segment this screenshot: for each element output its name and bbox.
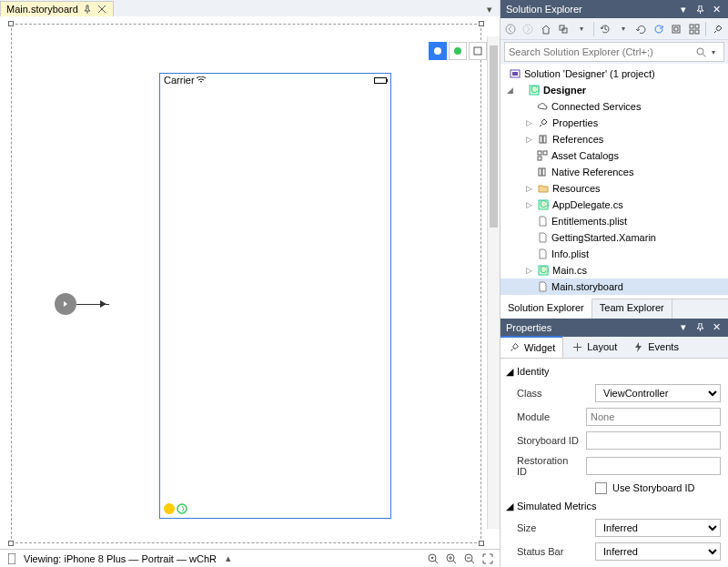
back-icon[interactable] (504, 23, 517, 35)
tab-overflow[interactable]: ▾ (483, 3, 496, 15)
row-size: Size Inferred (504, 516, 724, 540)
document-tab[interactable]: Main.storyboard (0, 1, 114, 16)
checkbox-label: Use Storyboard ID (612, 482, 694, 493)
tab-layout[interactable]: Layout (563, 337, 624, 358)
resize-handle[interactable] (479, 541, 484, 546)
tab-solution-explorer[interactable]: Solution Explorer (500, 299, 592, 319)
mode-button-1[interactable] (429, 42, 447, 60)
csproj-icon: C# (528, 84, 541, 96)
zoom-reset-icon[interactable] (427, 552, 440, 565)
sync-icon[interactable] (558, 23, 571, 35)
pin-icon[interactable] (82, 4, 93, 15)
tree-item[interactable]: ▷Resources (500, 180, 728, 197)
wrench-icon (508, 341, 521, 354)
expander-icon[interactable]: ▷ (523, 118, 534, 127)
entry-point-icon (55, 293, 76, 315)
resize-handle[interactable] (479, 21, 484, 26)
initial-scene-arrow[interactable] (55, 293, 109, 315)
tree-item[interactable]: Connected Services (500, 98, 728, 115)
dropdown-icon[interactable]: ▾ (677, 3, 690, 15)
use-storyboard-checkbox[interactable] (595, 482, 607, 494)
solution-explorer-header: Solution Explorer ▾ ✕ (500, 0, 728, 18)
chevron-down-icon[interactable]: ▾ (707, 46, 720, 58)
outline-button[interactable] (469, 42, 487, 60)
solution-tree[interactable]: Solution 'Designer' (1 project) ◢C#Desig… (500, 64, 728, 299)
close-icon[interactable] (96, 4, 107, 15)
fit-icon[interactable] (481, 552, 494, 565)
tree-item[interactable]: Info.plist (500, 246, 728, 262)
right-pane: Solution Explorer ▾ ✕ ▾ ▾ ▾ Solution 'De… (500, 0, 728, 567)
status-bar-select[interactable]: Inferred (595, 542, 721, 561)
tree-project[interactable]: ◢C#Designer (500, 82, 728, 98)
chevron-down-icon: ▾ (483, 3, 496, 15)
undo-icon[interactable] (634, 23, 647, 35)
resize-handle[interactable] (8, 541, 14, 546)
first-responder-icon[interactable] (164, 503, 175, 514)
search-box[interactable]: ▾ (504, 42, 724, 62)
tree-item[interactable]: ▷C#AppDelegate.cs (500, 197, 728, 213)
svg-rect-25 (538, 151, 541, 155)
pin-icon[interactable] (693, 3, 706, 15)
search-input[interactable] (509, 46, 694, 57)
close-icon[interactable]: ✕ (710, 3, 723, 15)
section-simulated-metrics[interactable]: ◢Simulated Metrics (504, 497, 724, 516)
close-icon[interactable]: ✕ (710, 321, 723, 334)
tab-widget[interactable]: Widget (500, 336, 563, 358)
chevron-down-icon[interactable]: ▾ (617, 23, 630, 35)
expander-icon[interactable]: ▷ (523, 266, 534, 275)
mode-button-2[interactable] (449, 42, 467, 60)
tree-item[interactable]: GettingStarted.Xamarin (500, 229, 728, 246)
tab-team-explorer[interactable]: Team Explorer (592, 299, 672, 319)
storyboard-id-input[interactable] (586, 431, 721, 450)
tree-label: Designer (543, 85, 586, 96)
forward-icon[interactable] (522, 23, 535, 35)
home-icon[interactable] (540, 23, 552, 35)
cloud-icon (536, 100, 549, 113)
history-icon[interactable] (599, 23, 612, 35)
chevron-up-icon[interactable]: ▴ (222, 552, 235, 565)
svg-rect-2 (474, 47, 481, 55)
expander-icon[interactable]: ▷ (523, 135, 534, 144)
expander-icon[interactable]: ◢ (504, 86, 515, 95)
tree-item[interactable]: ▷C#Main.cs (500, 262, 728, 278)
scroll-thumb[interactable] (490, 46, 498, 228)
pin-icon[interactable] (693, 321, 706, 334)
size-select[interactable]: Inferred (595, 519, 721, 537)
section-identity[interactable]: ◢Identity (504, 362, 724, 381)
expander-icon[interactable]: ▷ (523, 184, 534, 193)
tree-item[interactable]: Native References (500, 164, 728, 180)
tree-item[interactable]: Asset Catalogs (500, 147, 728, 164)
collapse-icon[interactable] (670, 23, 682, 35)
tree-item-selected[interactable]: Main.storyboard (500, 278, 728, 295)
module-input[interactable] (586, 408, 721, 426)
zoom-out-icon[interactable] (463, 552, 476, 565)
svg-point-34 (576, 346, 578, 348)
search-icon[interactable] (694, 46, 707, 58)
row-storyboard-id: Storyboard ID (504, 429, 724, 452)
resize-handle[interactable] (8, 21, 14, 26)
folder-icon (537, 182, 550, 195)
tab-events[interactable]: Events (624, 337, 686, 358)
device-icon[interactable] (5, 552, 18, 565)
tree-label: GettingStarted.Xamarin (551, 232, 656, 243)
tree-item[interactable]: ▷Properties (500, 115, 728, 131)
refresh-icon[interactable] (652, 23, 665, 35)
tree-solution[interactable]: Solution 'Designer' (1 project) (500, 66, 728, 82)
chevron-down-icon[interactable]: ▾ (575, 23, 588, 35)
tree-item[interactable]: ▷References (500, 131, 728, 147)
properties-icon[interactable] (712, 23, 724, 35)
show-all-icon[interactable] (688, 23, 701, 35)
tree-item[interactable]: Entitlements.plist (500, 213, 728, 229)
storyboard-canvas[interactable]: Carrier (0, 18, 500, 549)
bolt-icon (632, 340, 644, 353)
restoration-id-input[interactable] (586, 457, 721, 475)
exit-icon[interactable] (177, 503, 187, 514)
row-module: Module (504, 405, 724, 429)
zoom-in-icon[interactable] (445, 552, 458, 565)
dropdown-icon[interactable]: ▾ (677, 321, 690, 334)
vertical-scrollbar[interactable] (487, 36, 500, 529)
expander-icon[interactable]: ▷ (523, 200, 534, 209)
class-select[interactable]: ViewController (595, 384, 721, 402)
view-controller-scene[interactable]: Carrier (159, 73, 391, 519)
svg-point-6 (431, 556, 433, 558)
